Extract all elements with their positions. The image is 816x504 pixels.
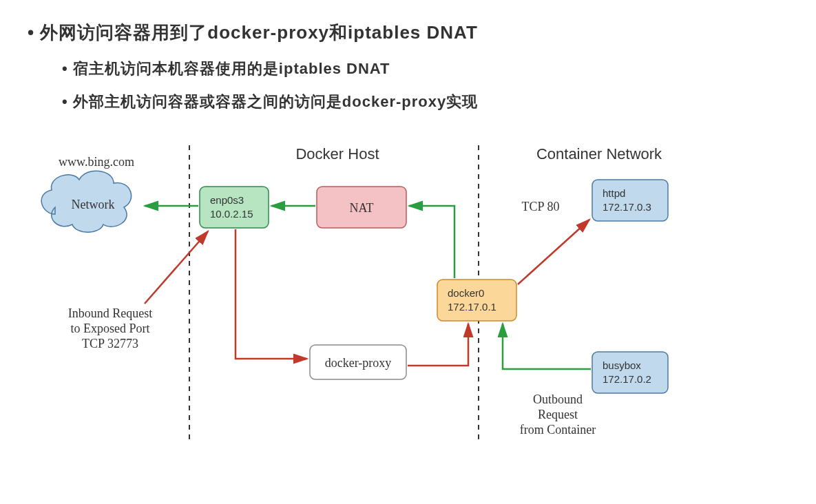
docker-proxy-label: docker-proxy <box>325 356 392 370</box>
enp0s3-name: enp0s3 <box>210 194 244 206</box>
nat-label: NAT <box>350 201 374 215</box>
svg-rect-5 <box>592 352 668 393</box>
arrow-inbound-to-enp0s3 <box>145 231 208 304</box>
svg-rect-0 <box>200 187 269 228</box>
network-diagram: Docker Host Container Network www.bing.c… <box>21 125 795 458</box>
arrow-busybox-to-docker0 <box>503 324 591 369</box>
tcp80-label: TCP 80 <box>522 200 560 213</box>
enp0s3-ip: 10.0.2.15 <box>210 208 253 220</box>
arrow-enp0s3-to-dockerproxy <box>236 229 307 359</box>
svg-text:TCP 32773: TCP 32773 <box>82 337 138 350</box>
outbound-request-label: Outbound Request from Container <box>520 392 596 437</box>
docker0-ip: 172.17.0.1 <box>448 301 496 313</box>
docker-host-header: Docker Host <box>295 145 379 162</box>
bullet-main: 外网访问容器用到了docker-proxy和iptables DNAT <box>28 21 795 45</box>
busybox-node: busybox 172.17.0.2 <box>592 352 668 393</box>
enp0s3-node: enp0s3 10.0.2.15 <box>200 187 269 228</box>
svg-text:Outbound: Outbound <box>533 392 583 406</box>
arrow-docker0-to-httpd <box>518 220 589 284</box>
nat-node: NAT <box>317 187 406 228</box>
docker0-node: docker0 172.17.0.1 <box>437 280 516 321</box>
arrow-docker0-to-nat <box>409 206 454 278</box>
svg-rect-3 <box>437 280 516 321</box>
svg-text:to Exposed Port: to Exposed Port <box>71 322 150 335</box>
network-cloud: Network <box>41 171 131 232</box>
busybox-name: busybox <box>603 359 641 371</box>
docker-proxy-node: docker-proxy <box>310 345 406 379</box>
network-cloud-label: Network <box>72 198 115 211</box>
svg-text:from Container: from Container <box>520 423 596 437</box>
external-url-label: www.bing.com <box>59 155 134 169</box>
httpd-name: httpd <box>603 187 625 199</box>
svg-rect-4 <box>592 180 668 221</box>
bullet-sub-1: 宿主机访问本机容器使用的是iptables DNAT <box>62 59 795 79</box>
svg-text:Request: Request <box>538 408 578 421</box>
inbound-request-label: Inbound Request to Exposed Port TCP 3277… <box>68 306 152 350</box>
arrow-dockerproxy-to-docker0 <box>408 324 468 366</box>
svg-text:Inbound Request: Inbound Request <box>68 306 152 320</box>
container-network-header: Container Network <box>536 145 662 162</box>
bullet-sub-2: 外部主机访问容器或容器之间的访问是docker-proxy实现 <box>62 92 795 112</box>
docker0-name: docker0 <box>448 287 484 299</box>
busybox-ip: 172.17.0.2 <box>603 373 651 385</box>
httpd-node: httpd 172.17.0.3 <box>592 180 668 221</box>
httpd-ip: 172.17.0.3 <box>603 201 651 213</box>
